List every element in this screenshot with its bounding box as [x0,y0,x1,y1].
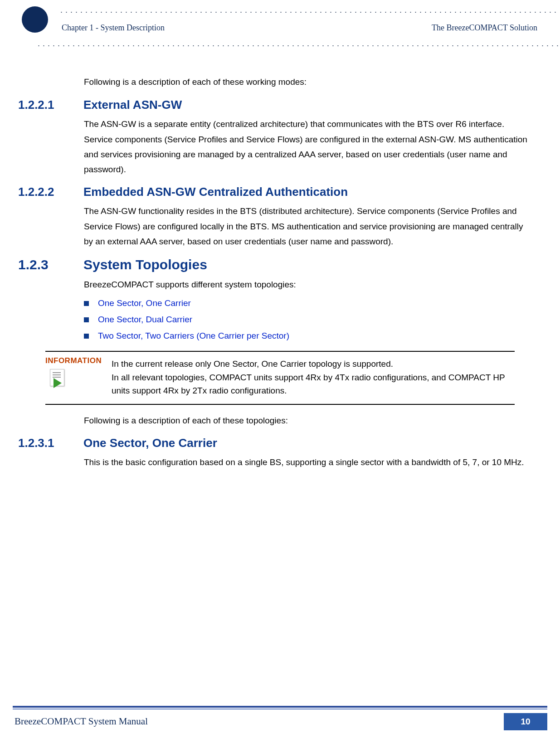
page-number: 10 [504,713,547,730]
header-dots-bottom [36,45,560,46]
page-footer: BreezeCOMPACT System Manual 10 [0,706,560,730]
chapter-label: Chapter 1 - System Description [62,23,165,33]
page: Chapter 1 - System Description The Breez… [0,0,560,743]
section-number: 1.2.2.1 [18,98,73,112]
square-bullet-icon [84,317,89,322]
topology-link[interactable]: One Sector, One Carrier [98,298,191,308]
header-circle-icon [22,6,48,33]
footer-row: BreezeCOMPACT System Manual 10 [0,713,560,730]
information-text: In the current release only One Sector, … [112,356,515,397]
page-content: Following is a description of each of th… [0,48,560,470]
footer-title: BreezeCOMPACT System Manual [0,713,148,730]
post-info-text: Following is a description of each of th… [84,413,528,428]
footer-bar [13,706,547,708]
page-header: Chapter 1 - System Description The Breez… [0,0,560,46]
info-line-1: In the current release only One Sector, … [112,357,515,370]
section-number: 1.2.2.2 [18,185,73,199]
topology-list: One Sector, One Carrier One Sector, Dual… [84,298,533,341]
header-row: Chapter 1 - System Description The Breez… [18,15,542,41]
square-bullet-icon [84,301,89,306]
section-1-2-2-2-body: The ASN-GW functionality resides in the … [84,204,528,249]
section-1-2-2-1-heading: 1.2.2.1 External ASN-GW [18,98,533,112]
section-title: Embedded ASN-GW Centralized Authenticati… [83,185,348,199]
information-label: INFORMATION [45,356,104,365]
information-box: INFORMATION In the current release only … [45,351,515,404]
topology-link[interactable]: Two Sector, Two Carriers (One Carrier pe… [98,331,289,341]
intro-text: Following is a description of each of th… [84,75,533,89]
solution-label: The BreezeCOMPACT Solution [432,23,537,33]
section-1-2-3-1-heading: 1.2.3.1 One Sector, One Carrier [18,436,533,450]
section-1-2-3-heading: 1.2.3 System Topologies [18,257,533,272]
header-left: Chapter 1 - System Description [18,15,165,41]
list-item: One Sector, Dual Carrier [84,315,533,325]
section-title: System Topologies [83,257,207,272]
footer-bar-thin [13,709,547,709]
info-line-2: In all relevant topologies, COMPACT unit… [112,371,515,398]
header-dots-top [59,12,558,13]
section-title: External ASN-GW [83,98,182,112]
info-left: INFORMATION [45,356,104,397]
information-icon [48,369,67,388]
section-title: One Sector, One Carrier [83,436,217,450]
section-1-2-3-1-body: This is the basic configuration based on… [84,455,528,470]
section-1-2-2-1-body: The ASN-GW is a separate entity (central… [84,117,528,177]
list-item: One Sector, One Carrier [84,298,533,308]
square-bullet-icon [84,334,89,339]
list-item: Two Sector, Two Carriers (One Carrier pe… [84,331,533,341]
section-1-2-3-intro: BreezeCOMPACT supports different system … [84,277,528,292]
section-number: 1.2.3 [18,257,73,272]
section-1-2-2-2-heading: 1.2.2.2 Embedded ASN-GW Centralized Auth… [18,185,533,199]
topology-link[interactable]: One Sector, Dual Carrier [98,315,192,325]
section-number: 1.2.3.1 [18,436,73,450]
